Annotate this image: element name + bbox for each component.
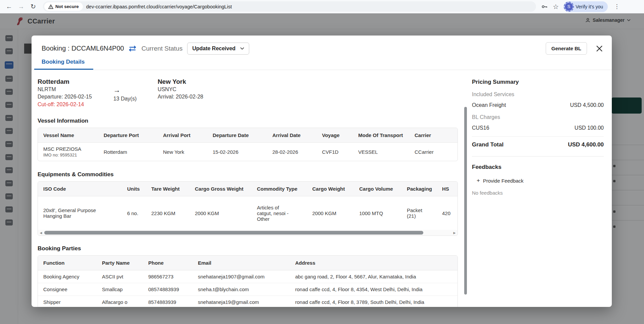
plus-icon: + <box>477 177 480 184</box>
scroll-left-icon[interactable]: ◀ <box>39 231 43 235</box>
origin-departure-date: Departure: 2026-02-15 <box>38 94 92 100</box>
equipment-header-row: ISO Code Units Tare Weight Cargo Gross W… <box>38 182 458 196</box>
party-phone: 08574883939 <box>143 283 193 296</box>
pricing-group-bl-charges: BL Charges <box>472 114 604 120</box>
route-origin: Rotterdam NLRTM Departure: 2026-02-15 Cu… <box>38 78 92 108</box>
feedbacks-title: Feedbacks <box>472 164 604 171</box>
browser-menu-icon[interactable]: ⋮ <box>612 3 621 10</box>
verify-label: Verify it's you <box>576 4 603 9</box>
party-email: sneha.t@blychain.com <box>193 283 290 296</box>
vessel-section-title: Vessel Information <box>38 118 463 124</box>
browser-back-button[interactable]: ← <box>3 1 15 12</box>
close-icon[interactable] <box>596 45 603 52</box>
forward-icon: → <box>18 3 24 10</box>
party-row: Booking Agency ASCII pvt 986567273 sneha… <box>38 270 458 283</box>
col-departure-date: Departure Date <box>207 128 267 143</box>
vessel-row: MSC PREZIOSA IMO no: 9595321 Rotterdam N… <box>38 143 458 161</box>
modal-title: Booking : DCCAML6N4P00 <box>42 45 124 52</box>
col-departure-port: Departure Port <box>98 128 158 143</box>
reload-icon: ↻ <box>31 3 36 10</box>
profile-avatar: S <box>565 3 573 11</box>
vessel-mode: VESSEL <box>353 143 409 161</box>
equipment-packaging: Packet (21) <box>401 196 437 230</box>
swap-status-icon[interactable] <box>128 46 137 52</box>
destination-port-code: USNYC <box>158 86 203 92</box>
col-hs: HS <box>437 182 458 196</box>
vessel-table: Vessel Name Departure Port Arrival Port … <box>38 128 458 161</box>
pricing-panel: Pricing Summary Included Services Ocean … <box>463 70 612 307</box>
equipment-tare-weight: 2230 KGM <box>146 196 190 230</box>
party-name: Alfacargo o <box>97 296 143 307</box>
grand-total-label: Grand Total <box>472 141 503 148</box>
vessel-imo: IMO no: 9595321 <box>43 152 96 157</box>
party-phone: 986567273 <box>143 270 193 283</box>
col-arrival-port: Arrival Port <box>158 128 207 143</box>
provide-feedback-label: Provide Feedback <box>483 178 524 184</box>
status-value: Update Received <box>192 46 235 52</box>
col-cargo-gross-weight: Cargo Gross Weight <box>190 182 252 196</box>
browser-reload-button[interactable]: ↻ <box>28 1 39 12</box>
browser-forward-button[interactable]: → <box>15 1 27 12</box>
equipment-iso-code: 20x8', General Purpose Hanging Bar <box>38 196 122 230</box>
origin-cutoff-date: Cut-off: 2026-02-14 <box>38 102 92 108</box>
party-email: snehataneja19@gmail.com <box>193 296 290 307</box>
url-text[interactable]: dev-ccarrier.ibpaas.pomfret.cloud/ccarri… <box>86 4 232 9</box>
party-row: Consignee Smallcap 08574883939 sneha.t@b… <box>38 283 458 296</box>
pricing-item-amount: USD 4,500.00 <box>570 102 604 108</box>
address-bar[interactable]: Not secure dev-ccarrier.ibpaas.pomfret.c… <box>43 1 536 12</box>
col-units: Units <box>122 182 146 196</box>
password-key-icon[interactable] <box>541 3 548 10</box>
feedbacks-divider <box>472 156 604 156</box>
vertical-scroll-thumb[interactable] <box>464 107 467 295</box>
generate-bl-button[interactable]: Generate BL <box>546 42 587 55</box>
party-address: ronad caffe ccd, 4, Floor 8, 3789, South… <box>290 296 458 307</box>
col-mode-of-transport: Mode Of Transport <box>353 128 409 143</box>
col-tare-weight: Tare Weight <box>146 182 190 196</box>
col-carrier: Carrier <box>409 128 458 143</box>
equipment-horizontal-scrollbar[interactable]: ◀ ▶ <box>38 230 458 236</box>
bookmark-star-icon[interactable]: ☆ <box>553 3 559 11</box>
parties-section-title: Booking Parties <box>38 245 463 252</box>
destination-city: New York <box>158 78 203 85</box>
scroll-right-icon[interactable]: ▶ <box>452 231 457 235</box>
current-status-label: Current Status <box>142 45 183 52</box>
route-arrow-icon: → <box>113 86 153 94</box>
route-transit: → 13 Day(s) <box>113 78 153 108</box>
horizontal-scroll-thumb[interactable] <box>44 231 423 235</box>
party-function: Shipper <box>38 296 97 307</box>
equipment-section-title: Equipments & Commodities <box>38 171 463 178</box>
equipment-cargo-gross-weight: 2000 KGM <box>190 196 252 230</box>
equipment-units: 6 no. <box>122 196 146 230</box>
parties-header-row: Function Party Name Phone Email Address <box>38 256 458 270</box>
party-phone: 8574883939 <box>143 296 193 307</box>
vessel-departure-port: Rotterdam <box>98 143 158 161</box>
col-commodity-type: Commodity Type <box>252 182 307 196</box>
status-dropdown[interactable]: Update Received <box>187 43 249 55</box>
browser-toolbar: ← → ↻ Not secure dev-ccarrier.ibpaas.pom… <box>0 0 644 13</box>
equipment-commodity-type: Articles of catgut, nesoi - Other <box>252 196 307 230</box>
party-address: ronad caffe ccd, 4, Floor 8, 4354, West … <box>290 283 458 296</box>
tab-booking-details[interactable]: Booking Details <box>34 59 93 70</box>
pricing-item-label: Ocean Freight <box>472 102 506 108</box>
content-vertical-scrollbar[interactable]: ▼ <box>464 107 468 307</box>
equipment-cargo-weight: 2000 KGM <box>307 196 354 230</box>
col-party-name: Party Name <box>97 256 143 270</box>
grand-total-divider <box>472 136 604 137</box>
parties-table: Function Party Name Phone Email Address … <box>38 256 458 307</box>
pricing-title: Pricing Summary <box>472 79 604 85</box>
vessel-arrival-port: New York <box>158 143 207 161</box>
vessel-name: MSC PREZIOSA <box>43 146 96 152</box>
status-chevron-down-icon <box>240 47 244 50</box>
party-function: Consignee <box>38 283 97 296</box>
verify-identity-button[interactable]: S Verify it's you <box>564 1 608 12</box>
pricing-row: Ocean Freight USD 4,500.00 <box>472 102 604 108</box>
not-secure-chip[interactable]: Not secure <box>44 2 83 11</box>
equipment-cargo-volume: 1000 MTQ <box>354 196 401 230</box>
provide-feedback-button[interactable]: + Provide Feedback <box>477 177 604 184</box>
grand-total-amount: USD 4,600.00 <box>568 141 604 148</box>
vessel-departure-date: 15-02-2026 <box>207 143 267 161</box>
origin-city: Rotterdam <box>38 78 92 85</box>
pricing-row: CUS16 USD 100.00 <box>472 125 604 131</box>
col-address: Address <box>290 256 458 270</box>
col-iso-code: ISO Code <box>38 182 122 196</box>
